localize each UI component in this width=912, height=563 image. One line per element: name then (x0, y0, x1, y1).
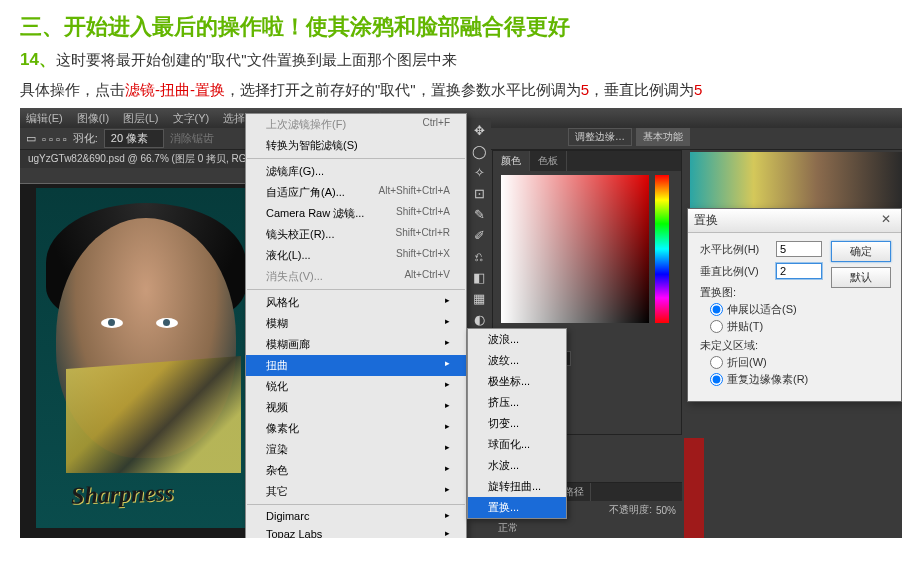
filter-menu-item[interactable]: 自适应广角(A)...Alt+Shift+Ctrl+A (246, 182, 466, 203)
undefined-areas-group: 未定义区域: (700, 338, 891, 353)
filter-menu-item[interactable]: 模糊 (246, 313, 466, 334)
document-image[interactable]: Sharpness (36, 188, 245, 528)
workspace-switcher: 调整边缘… 基本功能 (568, 128, 690, 146)
distort-menu-item[interactable]: 挤压... (468, 392, 566, 413)
tile-label: 拼贴(T) (727, 319, 763, 334)
v-scale-label: 垂直比例(V) (700, 264, 772, 279)
menu-image[interactable]: 图像(I) (77, 111, 109, 126)
filter-menu: 上次滤镜操作(F)Ctrl+F转换为智能滤镜(S)滤镜库(G)...自适应广角(… (245, 113, 467, 538)
instr-val1: 5 (581, 81, 589, 98)
distort-menu-item[interactable]: 水波... (468, 455, 566, 476)
displace-dialog: 置换 ✕ 确定 默认 水平比例(H) 垂直比例(V) 置换图: 伸展以适合(S)… (687, 208, 902, 402)
instr-pre: 具体操作，点击 (20, 81, 125, 98)
instruction-line: 具体操作，点击滤镜-扭曲-置换，选择打开之前存好的"取代"，置换参数水平比例调为… (20, 81, 892, 100)
filter-menu-item[interactable]: Digimarc (246, 507, 466, 525)
filter-menu-item[interactable]: Camera Raw 滤镜...Shift+Ctrl+A (246, 203, 466, 224)
red-bar (684, 438, 704, 538)
workspace-essentials-button[interactable]: 基本功能 (636, 128, 690, 146)
lasso-tool-icon[interactable]: ◯ (469, 141, 489, 161)
filter-menu-item[interactable]: 转换为智能滤镜(S) (246, 135, 466, 156)
distort-menu-item[interactable]: 波浪... (468, 329, 566, 350)
refine-edge-button[interactable]: 调整边缘… (568, 128, 632, 146)
ruler (20, 168, 245, 184)
screenshot-area: 编辑(E) 图像(I) 图层(L) 文字(Y) 选择(S) 滤镜(T) 视图(V… (20, 108, 902, 538)
feather-input[interactable]: 20 像素 (104, 129, 164, 148)
wand-tool-icon[interactable]: ✧ (469, 162, 489, 182)
instr-mid2: ，垂直比例调为 (589, 81, 694, 98)
filter-menu-item[interactable]: 液化(L)...Shift+Ctrl+X (246, 245, 466, 266)
repeat-edge-radio[interactable] (710, 373, 723, 386)
repeat-edge-label: 重复边缘像素(R) (727, 372, 808, 387)
h-scale-label: 水平比例(H) (700, 242, 772, 257)
opacity-value[interactable]: 50% (656, 505, 676, 516)
h-scale-input[interactable] (776, 241, 822, 257)
filter-menu-item[interactable]: 其它 (246, 481, 466, 502)
dodge-tool-icon[interactable]: ◐ (469, 309, 489, 329)
instr-mid: ，选择打开之前存好的"取代"，置换参数水平比例调为 (225, 81, 581, 98)
filter-menu-item[interactable]: 视频 (246, 397, 466, 418)
document-tab-title: ugYzGTw82&690.psd @ 66.7% (图层 0 拷贝, RGB/… (28, 153, 265, 164)
crop-tool-icon[interactable]: ⊡ (469, 183, 489, 203)
default-button[interactable]: 默认 (831, 267, 891, 288)
filter-menu-item[interactable]: 渲染 (246, 439, 466, 460)
brush-tool-icon[interactable]: ✐ (469, 225, 489, 245)
filter-menu-item[interactable]: 扭曲 (246, 355, 466, 376)
distort-menu-item[interactable]: 切变... (468, 413, 566, 434)
instr-val2: 5 (694, 81, 702, 98)
dialog-title: 置换 (694, 212, 718, 229)
blend-mode[interactable]: 正常 (498, 521, 518, 535)
distort-menu-item[interactable]: 波纹... (468, 350, 566, 371)
hue-slider[interactable] (655, 175, 669, 323)
menu-edit[interactable]: 编辑(E) (26, 111, 63, 126)
distort-menu-item[interactable]: 置换... (468, 497, 566, 518)
antialias-label: 消除锯齿 (170, 131, 214, 146)
stretch-radio[interactable] (710, 303, 723, 316)
eraser-tool-icon[interactable]: ◧ (469, 267, 489, 287)
filter-menu-item: 消失点(V)...Alt+Ctrl+V (246, 266, 466, 287)
filter-menu-item[interactable]: 像素化 (246, 418, 466, 439)
feather-label: 羽化: (73, 131, 98, 146)
image-eye (101, 318, 123, 328)
dialog-close-icon[interactable]: ✕ (877, 212, 895, 229)
filter-menu-item[interactable]: Topaz Labs (246, 525, 466, 538)
ok-button[interactable]: 确定 (831, 241, 891, 262)
eyedropper-tool-icon[interactable]: ✎ (469, 204, 489, 224)
instr-path: 滤镜-扭曲-置换 (125, 81, 225, 98)
filter-menu-item[interactable]: 风格化 (246, 292, 466, 313)
step-line: 14、这时要将最开始创建的"取代"文件置换到最上面那个图层中来 (20, 48, 892, 71)
distort-submenu: 波浪...波纹...极坐标...挤压...切变...球面化...水波...旋转扭… (467, 328, 567, 519)
section-heading: 三、开始进入最后的操作啦！使其涂鸦和脸部融合得更好 (20, 12, 892, 42)
filter-menu-item[interactable]: 镜头校正(R)...Shift+Ctrl+R (246, 224, 466, 245)
wrap-label: 折回(W) (727, 355, 767, 370)
filter-menu-item: 上次滤镜操作(F)Ctrl+F (246, 114, 466, 135)
image-eye (156, 318, 178, 328)
image-graffiti-text: Sharpness (71, 479, 175, 510)
gradient-tool-icon[interactable]: ▦ (469, 288, 489, 308)
opacity-label: 不透明度: (609, 503, 652, 517)
distort-menu-item[interactable]: 旋转扭曲... (468, 476, 566, 497)
distort-menu-item[interactable]: 球面化... (468, 434, 566, 455)
swatches-tab[interactable]: 色板 (530, 151, 567, 171)
filter-menu-item[interactable]: 滤镜库(G)... (246, 161, 466, 182)
distort-menu-item[interactable]: 极坐标... (468, 371, 566, 392)
color-tab[interactable]: 颜色 (493, 151, 530, 171)
v-scale-input[interactable] (776, 263, 822, 279)
filter-menu-item[interactable]: 杂色 (246, 460, 466, 481)
menu-type[interactable]: 文字(Y) (173, 111, 210, 126)
step-number: 14、 (20, 50, 56, 69)
move-tool-icon[interactable]: ✥ (469, 120, 489, 140)
stamp-tool-icon[interactable]: ⎌ (469, 246, 489, 266)
stretch-label: 伸展以适合(S) (727, 302, 797, 317)
wrap-radio[interactable] (710, 356, 723, 369)
marquee-icon[interactable]: ▭ (26, 132, 36, 145)
filter-menu-item[interactable]: 模糊画廊 (246, 334, 466, 355)
menu-layer[interactable]: 图层(L) (123, 111, 158, 126)
color-picker-field[interactable] (501, 175, 649, 323)
tile-radio[interactable] (710, 320, 723, 333)
step-text: 这时要将最开始创建的"取代"文件置换到最上面那个图层中来 (56, 51, 457, 68)
filter-menu-item[interactable]: 锐化 (246, 376, 466, 397)
